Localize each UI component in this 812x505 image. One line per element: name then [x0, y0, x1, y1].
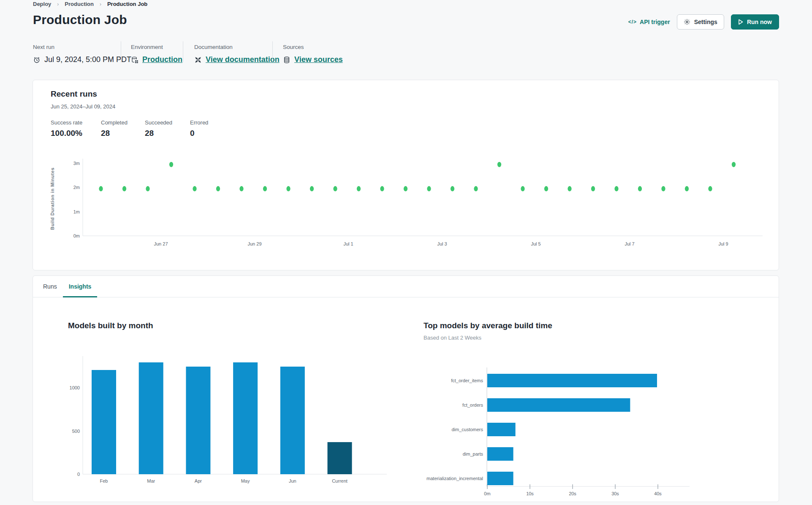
run-dot[interactable]	[169, 162, 173, 167]
run-dot[interactable]	[122, 186, 126, 191]
tab-runs[interactable]: Runs	[37, 276, 63, 297]
model-bar-materialization_incremental	[487, 472, 513, 485]
dbt-docs-icon	[194, 56, 202, 64]
documentation-label: Documentation	[194, 44, 280, 50]
y-tick-label: 3m	[73, 161, 80, 166]
run-dot[interactable]	[193, 186, 196, 191]
tab-runs-label: Runs	[43, 283, 57, 290]
code-icon: </>	[628, 19, 637, 25]
breadcrumb-production-job: Production Job	[107, 1, 147, 7]
run-dot[interactable]	[591, 186, 595, 191]
stat-value: 100.00%	[51, 129, 82, 138]
run-dot[interactable]	[568, 186, 571, 191]
view-sources-link[interactable]: View sources	[294, 55, 343, 64]
run-dot[interactable]	[451, 186, 454, 191]
x-tick-label: Jun 27	[154, 241, 168, 246]
run-dot[interactable]	[638, 186, 642, 191]
y-tick-label: 1000	[70, 385, 80, 390]
next-run-value: Jul 9, 2024, 5:00 PM PDT	[44, 55, 131, 64]
y-tick-label: 0m	[73, 233, 80, 238]
sources-label: Sources	[283, 44, 343, 50]
month-bar-jun	[280, 367, 305, 474]
environment-link[interactable]: Production	[142, 55, 182, 64]
x-tick-label: Jul 9	[718, 241, 728, 246]
run-dot[interactable]	[404, 186, 407, 191]
run-dot[interactable]	[380, 186, 384, 191]
api-trigger-link[interactable]: </> API trigger	[628, 19, 670, 25]
model-bar-dim_customers	[487, 423, 516, 436]
models-by-month-chart: 05001000FebMarAprMayJunCurrent	[33, 343, 413, 495]
month-bar-feb	[92, 370, 116, 474]
x-tick-label: Jul 3	[437, 241, 447, 246]
stat-label: Errored	[190, 119, 208, 126]
run-now-button[interactable]: Run now	[731, 14, 779, 30]
x-tick-label: Jun	[289, 478, 296, 483]
settings-label: Settings	[694, 19, 717, 25]
view-documentation-link[interactable]: View documentation	[206, 55, 280, 64]
run-dot[interactable]	[708, 186, 712, 191]
top-models-subtitle: Based on Last 2 Weeks	[424, 335, 481, 341]
run-dot[interactable]	[544, 186, 548, 191]
divider	[272, 41, 273, 62]
y-tick-label: 1m	[73, 209, 80, 214]
x-tick-label: 40s	[654, 491, 662, 496]
run-dot[interactable]	[614, 186, 618, 191]
run-dot[interactable]	[263, 186, 267, 191]
run-dot[interactable]	[286, 186, 290, 191]
x-tick-label: 20s	[569, 491, 576, 496]
breadcrumb-production[interactable]: Production	[65, 1, 94, 7]
run-dot[interactable]	[239, 186, 243, 191]
settings-button[interactable]: Settings	[677, 14, 724, 30]
divider	[183, 41, 183, 62]
x-tick-label: Jul 5	[531, 241, 540, 246]
sources-info: Sources View sources	[283, 44, 343, 64]
run-dot[interactable]	[357, 186, 361, 191]
run-dot[interactable]	[146, 186, 149, 191]
environment-label: Environment	[131, 44, 182, 50]
stat-completed: Completed 28	[101, 119, 128, 138]
run-dot[interactable]	[497, 162, 501, 167]
x-tick-label: Current	[332, 478, 348, 483]
page-title: Production Job	[33, 13, 127, 27]
stat-value: 28	[101, 129, 128, 138]
run-dot[interactable]	[732, 162, 736, 167]
stat-errored: Errored 0	[190, 119, 208, 138]
stat-label: Success rate	[51, 119, 82, 126]
run-dot[interactable]	[310, 186, 314, 191]
x-tick-label: Mar	[147, 478, 155, 483]
tab-bar: Runs Insights	[33, 276, 779, 297]
stat-succeeded: Succeeded 28	[145, 119, 172, 138]
x-tick-label: Jul 7	[625, 241, 634, 246]
tab-insights[interactable]: Insights	[63, 276, 98, 297]
production-job-page: Deploy › Production › Production Job Pro…	[0, 0, 812, 505]
x-tick-label: Jun 29	[247, 241, 261, 246]
run-dot[interactable]	[427, 186, 431, 191]
tab-insights-label: Insights	[69, 283, 92, 290]
run-dot[interactable]	[521, 186, 524, 191]
month-bar-mar	[139, 362, 163, 474]
breadcrumb-deploy[interactable]: Deploy	[33, 1, 51, 7]
model-bar-dim_parts	[487, 447, 513, 461]
run-dot[interactable]	[216, 186, 220, 191]
run-dot[interactable]	[661, 186, 665, 191]
stat-value: 0	[190, 129, 208, 138]
month-bar-may	[233, 362, 258, 474]
documentation-info: Documentation View documentation	[194, 44, 280, 64]
stat-value: 28	[145, 129, 172, 138]
top-models-title: Top models by average build time	[424, 321, 552, 330]
model-bar-fct_orders	[487, 398, 630, 412]
x-tick-label: May	[241, 478, 250, 483]
run-now-label: Run now	[747, 19, 772, 25]
y-tick-label: 2m	[73, 185, 80, 190]
model-label: dim_parts	[463, 451, 483, 456]
models-by-month-title: Models built by month	[68, 321, 153, 330]
recent-runs-date-range: Jun 25, 2024–Jul 09, 2024	[51, 103, 115, 110]
run-dot[interactable]	[685, 186, 689, 191]
environment-database-icon	[131, 56, 139, 64]
run-dot[interactable]	[99, 186, 103, 191]
stat-label: Succeeded	[145, 119, 172, 126]
play-icon	[738, 19, 743, 25]
run-dot[interactable]	[474, 186, 478, 191]
run-dot[interactable]	[333, 186, 337, 191]
recent-runs-title: Recent runs	[51, 89, 97, 99]
